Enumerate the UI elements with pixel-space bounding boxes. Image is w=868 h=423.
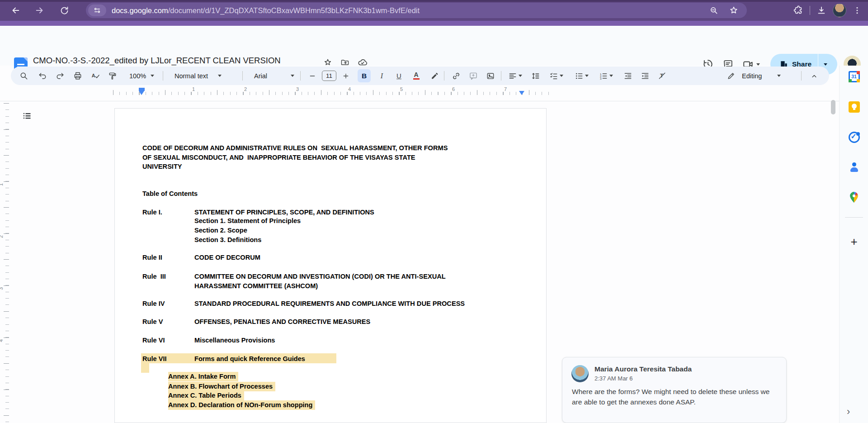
formatting-toolbar: A 100% Normal text Arial 11 B I U xyxy=(11,67,829,85)
decrease-font-size-button[interactable] xyxy=(306,69,319,82)
align-button[interactable] xyxy=(506,69,524,82)
insert-image-button[interactable] xyxy=(484,69,497,82)
bookmark-star-icon[interactable] xyxy=(729,5,739,15)
checklist-button[interactable] xyxy=(546,69,566,82)
left-indent-marker[interactable] xyxy=(139,91,144,95)
doc-heading-line: UNIVERSITY xyxy=(142,162,182,171)
browser-reload-button[interactable] xyxy=(57,3,71,18)
comment-highlight[interactable] xyxy=(141,363,149,373)
italic-button[interactable]: I xyxy=(375,69,388,82)
contacts-button[interactable] xyxy=(848,161,860,173)
ruler-number: 4 xyxy=(347,86,352,92)
bold-icon: B xyxy=(362,72,367,80)
star-document-icon[interactable] xyxy=(323,58,332,67)
comment-card[interactable]: Maria Aurora Teresita Tabada 2:37 AM Mar… xyxy=(562,357,787,423)
vruler-number: 1 xyxy=(0,183,5,186)
print-button[interactable] xyxy=(71,69,84,82)
mode-select[interactable]: Editing xyxy=(727,69,781,82)
numbered-list-button[interactable]: 123 xyxy=(596,69,616,82)
search-menus-button[interactable] xyxy=(17,69,30,82)
share-caret-icon xyxy=(824,63,827,66)
insert-link-button[interactable] xyxy=(449,69,462,82)
align-left-icon xyxy=(508,71,517,81)
plus-icon xyxy=(342,72,349,80)
text-color-button[interactable]: A xyxy=(410,69,423,82)
search-icon xyxy=(19,71,28,81)
side-panel: 31 ✓ + › xyxy=(839,66,868,423)
underline-icon: U xyxy=(396,72,401,80)
indent-icon xyxy=(641,71,650,81)
underline-button[interactable]: U xyxy=(392,69,406,82)
browser-back-button[interactable] xyxy=(8,3,23,18)
paint-format-button[interactable] xyxy=(106,69,119,82)
checklist-caret-icon xyxy=(560,75,563,77)
downloads-icon[interactable] xyxy=(816,5,826,15)
spellcheck-button[interactable]: A xyxy=(89,69,102,82)
first-line-indent-marker[interactable] xyxy=(139,88,145,91)
url-bar[interactable]: docs.google.com/document/d/1V_ZDqDXATSft… xyxy=(86,3,747,18)
maps-button[interactable] xyxy=(848,191,860,204)
url-path: /document/d/1V_ZDqDXATSftoCBxavWBHmn5f3b… xyxy=(168,6,420,14)
tasks-button[interactable]: ✓ xyxy=(848,131,860,143)
commenter-avatar xyxy=(571,365,589,382)
bold-button[interactable]: B xyxy=(358,69,371,82)
comment-timestamp: 2:37 AM Mar 6 xyxy=(594,375,633,382)
contacts-icon xyxy=(849,162,860,173)
cloud-saved-icon[interactable] xyxy=(358,57,368,67)
italic-icon: I xyxy=(381,72,383,80)
hide-menus-button[interactable] xyxy=(807,69,821,82)
decrease-indent-button[interactable] xyxy=(621,69,634,82)
bulleted-list-button[interactable] xyxy=(571,69,591,82)
increase-font-size-button[interactable] xyxy=(339,69,352,82)
site-info-button[interactable] xyxy=(88,5,106,16)
vertical-scrollbar[interactable] xyxy=(831,100,835,114)
browser-forward-button[interactable] xyxy=(33,3,47,18)
mode-label: Editing xyxy=(742,72,762,80)
increase-indent-button[interactable] xyxy=(638,69,651,82)
undo-button[interactable] xyxy=(36,69,49,82)
ruler-number: 5 xyxy=(399,86,404,92)
maps-icon xyxy=(849,191,859,203)
toc-rule-text: Miscellaneous Provisions xyxy=(194,336,275,345)
paragraph-style-select[interactable]: Normal text xyxy=(175,69,222,82)
vertical-ruler: 1 2 3 4 xyxy=(0,102,11,423)
highlight-color-button[interactable] xyxy=(428,69,441,82)
add-comment-button[interactable] xyxy=(467,69,480,82)
calendar-icon: 31 xyxy=(849,71,860,82)
show-document-outline-button[interactable] xyxy=(20,109,34,124)
document-title[interactable]: CMO-NO.-3-S.-2022_edited by LJLor_RECENT… xyxy=(33,56,281,66)
line-spacing-button[interactable] xyxy=(529,69,542,82)
checklist-icon xyxy=(549,71,558,81)
ruler-number: 6 xyxy=(451,86,456,92)
font-select[interactable]: Arial xyxy=(254,69,294,82)
browser-toolbar: docs.google.com/document/d/1V_ZDqDXATSft… xyxy=(0,0,868,26)
toc-title: Table of Contents xyxy=(142,189,198,199)
extensions-icon[interactable] xyxy=(793,5,803,15)
calendar-button[interactable]: 31 xyxy=(848,70,860,83)
horizontal-ruler: 1 2 3 4 5 6 7 xyxy=(0,86,839,101)
browser-profile-avatar[interactable] xyxy=(833,4,846,17)
clear-formatting-button[interactable]: T xyxy=(656,69,669,82)
zoom-select[interactable]: 100% xyxy=(129,69,154,82)
document-page[interactable]: CODE OF DECORUM AND ADMINISTRATIVE RULES… xyxy=(114,108,547,423)
keep-button[interactable] xyxy=(848,100,860,113)
toolbar-separator xyxy=(801,71,802,81)
hide-side-panel-button[interactable]: › xyxy=(847,406,850,418)
right-indent-marker[interactable] xyxy=(519,91,524,95)
bulleted-list-icon xyxy=(575,71,584,81)
site-settings-icon xyxy=(93,6,101,14)
zoom-caret-icon xyxy=(151,75,154,77)
document-workspace: 1 2 3 4 CODE OF DECORUM AND ADMINISTRATI… xyxy=(0,102,839,423)
url-text: docs.google.com/document/d/1V_ZDqDXATSft… xyxy=(112,6,709,15)
zoom-icon[interactable] xyxy=(709,6,719,15)
tasks-icon: ✓ xyxy=(849,132,860,143)
get-addons-button[interactable]: + xyxy=(848,235,860,248)
redo-button[interactable] xyxy=(53,69,66,82)
font-size-input[interactable]: 11 xyxy=(322,71,336,81)
doc-heading-line: CODE OF DECORUM AND ADMINISTRATIVE RULES… xyxy=(142,143,448,153)
paint-roller-icon xyxy=(108,71,117,81)
browser-menu-icon[interactable] xyxy=(853,6,862,15)
move-folder-icon[interactable] xyxy=(340,58,349,67)
ruler-half-ticks xyxy=(113,90,550,95)
toc-section: Section 2. Scope xyxy=(194,226,247,235)
